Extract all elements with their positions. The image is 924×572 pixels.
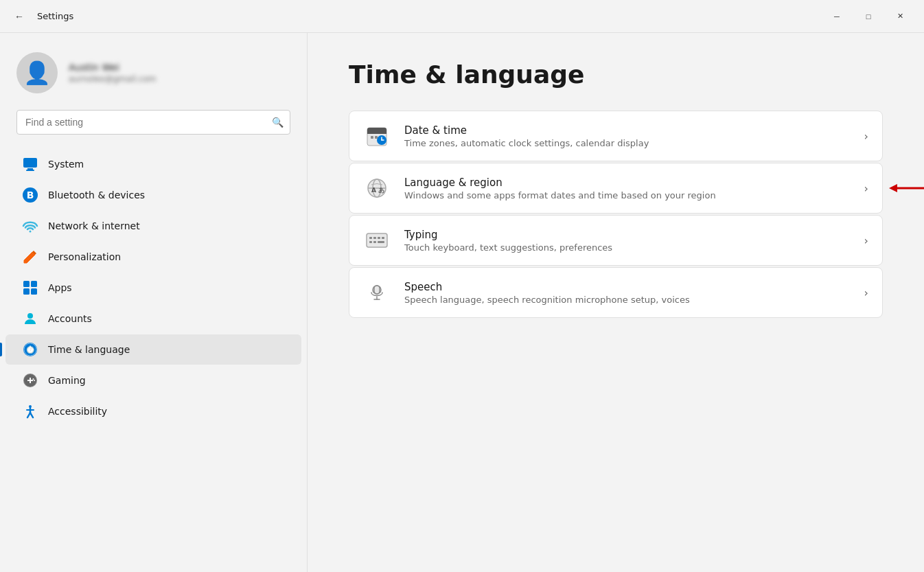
system-icon — [22, 156, 38, 172]
accessibility-icon — [22, 403, 38, 420]
svg-rect-34 — [375, 136, 378, 139]
sidebar-item-gaming[interactable]: Gaming — [5, 365, 301, 396]
svg-point-20 — [33, 378, 34, 380]
svg-rect-44 — [373, 237, 376, 239]
sidebar-item-apps-label: Apps — [48, 282, 72, 293]
language-region-icon: A あ — [363, 174, 391, 202]
typing-icon — [363, 227, 391, 254]
search-box: 🔍 — [16, 110, 290, 135]
avatar-icon: 👤 — [23, 60, 51, 86]
search-input[interactable] — [16, 110, 290, 135]
svg-rect-51 — [374, 286, 380, 294]
svg-rect-46 — [382, 237, 384, 239]
date-time-icon — [363, 122, 391, 150]
svg-rect-49 — [378, 241, 384, 243]
sidebar-item-accounts-label: Accounts — [48, 313, 92, 324]
speech-chevron: › — [864, 286, 868, 299]
time-icon: 🕐 — [22, 341, 38, 358]
svg-rect-0 — [23, 158, 37, 168]
svg-point-5 — [30, 231, 32, 233]
title-bar: ← Settings ─ □ ✕ — [0, 0, 924, 33]
language-region-desc: Windows and some apps format dates and t… — [404, 190, 856, 201]
network-icon — [22, 218, 38, 234]
svg-rect-42 — [367, 233, 387, 247]
svg-rect-47 — [369, 241, 372, 243]
svg-rect-43 — [369, 237, 372, 239]
settings-list: Date & time Time zones, automatic clock … — [349, 111, 883, 318]
svg-line-26 — [30, 413, 33, 417]
typing-name: Typing — [404, 229, 856, 241]
svg-rect-33 — [371, 136, 373, 139]
date-time-text: Date & time Time zones, automatic clock … — [404, 124, 856, 148]
speech-name: Speech — [404, 281, 856, 293]
svg-rect-48 — [373, 241, 376, 243]
back-button[interactable]: ← — [8, 5, 30, 27]
svg-rect-29 — [367, 132, 386, 134]
language-region-name: Language & region — [404, 176, 856, 189]
nav-menu: System B Bluetooth & devices — [0, 148, 307, 427]
speech-icon — [363, 279, 391, 306]
sidebar-item-accounts[interactable]: Accounts — [5, 304, 301, 334]
user-email: aurnoleo@gmail.com — [69, 74, 156, 84]
user-name: Austin Wei — [69, 62, 156, 73]
sidebar-item-personalization[interactable]: Personalization — [5, 242, 301, 272]
language-region-text: Language & region Windows and some apps … — [404, 176, 856, 201]
sidebar-item-network[interactable]: Network & internet — [5, 211, 301, 241]
typing-desc: Touch keyboard, text suggestions, prefer… — [404, 242, 856, 253]
svg-point-21 — [34, 380, 35, 381]
app-title: Settings — [37, 11, 73, 21]
sidebar-item-time[interactable]: 🕐 Time & language — [5, 334, 301, 365]
user-info: Austin Wei aurnoleo@gmail.com — [69, 62, 156, 84]
setting-card-speech[interactable]: Speech Speech language, speech recogniti… — [349, 267, 883, 318]
svg-rect-7 — [31, 281, 37, 287]
sidebar-item-bluetooth-label: Bluetooth & devices — [48, 190, 145, 201]
svg-text:A: A — [371, 187, 376, 194]
date-time-chevron: › — [864, 130, 868, 143]
svg-text:B: B — [27, 190, 34, 201]
gaming-icon — [22, 372, 38, 389]
maximize-button[interactable]: □ — [853, 5, 884, 27]
red-arrow-annotation — [882, 178, 924, 198]
svg-point-10 — [27, 313, 33, 319]
sidebar: 👤 Austin Wei aurnoleo@gmail.com 🔍 — [0, 33, 308, 572]
window-controls: ─ □ ✕ — [821, 5, 916, 27]
personalization-icon — [22, 249, 38, 265]
sidebar-item-time-label: Time & language — [48, 344, 130, 355]
page-title: Time & language — [349, 60, 883, 89]
minimize-button[interactable]: ─ — [821, 5, 853, 27]
accounts-icon — [22, 310, 38, 327]
speech-text: Speech Speech language, speech recogniti… — [404, 281, 856, 305]
sidebar-item-gaming-label: Gaming — [48, 375, 86, 386]
sidebar-item-system-label: System — [48, 159, 84, 170]
typing-text: Typing Touch keyboard, text suggestions,… — [404, 229, 856, 253]
date-time-desc: Time zones, automatic clock settings, ca… — [404, 138, 856, 148]
typing-chevron: › — [864, 234, 868, 247]
svg-rect-8 — [23, 288, 30, 295]
svg-text:あ: あ — [378, 187, 384, 194]
date-time-name: Date & time — [404, 124, 856, 137]
sidebar-item-apps[interactable]: Apps — [5, 273, 301, 303]
setting-card-date-time[interactable]: Date & time Time zones, automatic clock … — [349, 111, 883, 161]
content-area: Time & language — [308, 33, 924, 572]
setting-card-language-region[interactable]: A あ Language & region Windows and some a… — [349, 163, 883, 214]
bluetooth-icon: B — [22, 187, 38, 203]
language-region-chevron: › — [864, 182, 868, 195]
user-section[interactable]: 👤 Austin Wei aurnoleo@gmail.com — [0, 47, 307, 110]
apps-icon — [22, 279, 38, 296]
setting-card-typing[interactable]: Typing Touch keyboard, text suggestions,… — [349, 215, 883, 266]
sidebar-item-system[interactable]: System — [5, 149, 301, 179]
title-bar-left: ← Settings — [8, 5, 821, 27]
svg-rect-6 — [23, 281, 30, 287]
svg-rect-9 — [31, 288, 37, 295]
svg-rect-19 — [30, 378, 31, 383]
close-button[interactable]: ✕ — [884, 5, 916, 27]
sidebar-item-personalization-label: Personalization — [48, 251, 121, 262]
svg-rect-45 — [378, 237, 380, 239]
speech-desc: Speech language, speech recognition micr… — [404, 295, 856, 305]
sidebar-item-bluetooth[interactable]: B Bluetooth & devices — [5, 180, 301, 210]
svg-marker-41 — [889, 184, 897, 192]
sidebar-item-accessibility[interactable]: Accessibility — [5, 396, 301, 426]
svg-rect-2 — [26, 170, 34, 171]
avatar: 👤 — [16, 52, 58, 93]
sidebar-item-network-label: Network & internet — [48, 220, 140, 231]
